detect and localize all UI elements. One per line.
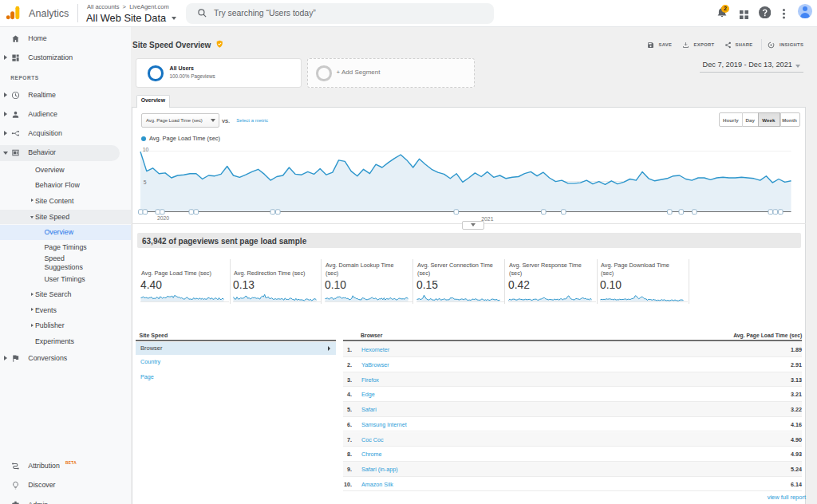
svg-text:2020: 2020 — [157, 215, 169, 221]
svg-text:5: 5 — [144, 179, 147, 185]
svg-text:10: 10 — [143, 147, 149, 152]
